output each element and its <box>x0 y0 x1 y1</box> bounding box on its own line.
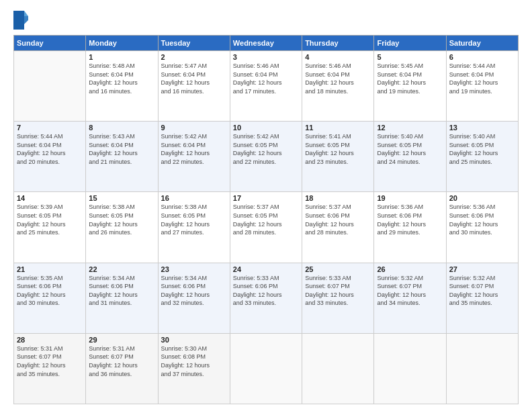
day-number: 20 <box>449 194 515 202</box>
day-info: Sunrise: 5:33 AM Sunset: 6:06 PM Dayligh… <box>233 274 299 308</box>
day-info: Sunrise: 5:31 AM Sunset: 6:07 PM Dayligh… <box>89 345 154 378</box>
weekday-header-thursday: Thursday <box>302 36 374 51</box>
day-info: Sunrise: 5:33 AM Sunset: 6:07 PM Dayligh… <box>305 274 371 308</box>
calendar-day-12: 12Sunrise: 5:40 AM Sunset: 6:05 PM Dayli… <box>374 122 446 192</box>
day-info: Sunrise: 5:40 AM Sunset: 6:05 PM Dayligh… <box>449 132 515 166</box>
day-number: 1 <box>89 53 154 61</box>
day-info: Sunrise: 5:32 AM Sunset: 6:07 PM Dayligh… <box>449 274 515 308</box>
day-info: Sunrise: 5:44 AM Sunset: 6:04 PM Dayligh… <box>449 62 515 95</box>
weekday-header-saturday: Saturday <box>446 36 518 51</box>
day-number: 26 <box>377 265 443 273</box>
calendar-week-row: 28Sunrise: 5:31 AM Sunset: 6:07 PM Dayli… <box>14 333 519 404</box>
day-info: Sunrise: 5:35 AM Sunset: 6:06 PM Dayligh… <box>17 274 83 308</box>
day-info: Sunrise: 5:39 AM Sunset: 6:05 PM Dayligh… <box>17 203 83 236</box>
calendar-day-7: 7Sunrise: 5:44 AM Sunset: 6:04 PM Daylig… <box>14 122 86 192</box>
day-number: 12 <box>377 124 443 132</box>
calendar-day-27: 27Sunrise: 5:32 AM Sunset: 6:07 PM Dayli… <box>446 263 518 333</box>
empty-day-cell <box>446 333 518 404</box>
day-info: Sunrise: 5:37 AM Sunset: 6:06 PM Dayligh… <box>305 203 371 236</box>
day-info: Sunrise: 5:48 AM Sunset: 6:04 PM Dayligh… <box>89 62 154 95</box>
day-number: 8 <box>89 124 154 132</box>
day-info: Sunrise: 5:30 AM Sunset: 6:08 PM Dayligh… <box>161 345 227 378</box>
calendar-week-row: 21Sunrise: 5:35 AM Sunset: 6:06 PM Dayli… <box>14 263 519 333</box>
calendar-day-6: 6Sunrise: 5:44 AM Sunset: 6:04 PM Daylig… <box>446 51 518 122</box>
day-number: 14 <box>17 194 83 202</box>
calendar-day-4: 4Sunrise: 5:46 AM Sunset: 6:04 PM Daylig… <box>302 51 374 122</box>
weekday-header-sunday: Sunday <box>14 36 86 51</box>
calendar-day-17: 17Sunrise: 5:37 AM Sunset: 6:05 PM Dayli… <box>230 192 302 263</box>
header <box>13 11 519 30</box>
svg-rect-0 <box>13 11 24 30</box>
calendar-day-21: 21Sunrise: 5:35 AM Sunset: 6:06 PM Dayli… <box>14 263 86 333</box>
calendar-day-20: 20Sunrise: 5:36 AM Sunset: 6:06 PM Dayli… <box>446 192 518 263</box>
empty-day-cell <box>374 333 446 404</box>
calendar-day-3: 3Sunrise: 5:46 AM Sunset: 6:04 PM Daylig… <box>230 51 302 122</box>
day-info: Sunrise: 5:42 AM Sunset: 6:05 PM Dayligh… <box>233 132 299 166</box>
day-number: 10 <box>233 124 299 132</box>
day-number: 28 <box>17 336 83 344</box>
day-number: 21 <box>17 265 83 273</box>
calendar-week-row: 7Sunrise: 5:44 AM Sunset: 6:04 PM Daylig… <box>14 122 519 192</box>
day-number: 16 <box>161 194 227 202</box>
calendar-day-14: 14Sunrise: 5:39 AM Sunset: 6:05 PM Dayli… <box>14 192 86 263</box>
calendar-day-2: 2Sunrise: 5:47 AM Sunset: 6:04 PM Daylig… <box>158 51 230 122</box>
svg-marker-2 <box>24 16 28 24</box>
day-number: 29 <box>89 336 154 344</box>
day-info: Sunrise: 5:41 AM Sunset: 6:05 PM Dayligh… <box>305 132 371 166</box>
day-number: 22 <box>89 265 154 273</box>
day-info: Sunrise: 5:44 AM Sunset: 6:04 PM Dayligh… <box>17 132 83 166</box>
calendar-day-8: 8Sunrise: 5:43 AM Sunset: 6:04 PM Daylig… <box>86 122 158 192</box>
day-number: 6 <box>449 53 515 61</box>
empty-day-cell <box>14 51 86 122</box>
day-number: 17 <box>233 194 299 202</box>
calendar-day-10: 10Sunrise: 5:42 AM Sunset: 6:05 PM Dayli… <box>230 122 302 192</box>
day-info: Sunrise: 5:46 AM Sunset: 6:04 PM Dayligh… <box>233 62 299 95</box>
calendar-day-25: 25Sunrise: 5:33 AM Sunset: 6:07 PM Dayli… <box>302 263 374 333</box>
day-info: Sunrise: 5:47 AM Sunset: 6:04 PM Dayligh… <box>161 62 227 95</box>
calendar-day-5: 5Sunrise: 5:45 AM Sunset: 6:04 PM Daylig… <box>374 51 446 122</box>
calendar-day-15: 15Sunrise: 5:38 AM Sunset: 6:05 PM Dayli… <box>86 192 158 263</box>
day-number: 13 <box>449 124 515 132</box>
calendar-day-9: 9Sunrise: 5:42 AM Sunset: 6:04 PM Daylig… <box>158 122 230 192</box>
day-number: 11 <box>305 124 371 132</box>
day-info: Sunrise: 5:43 AM Sunset: 6:04 PM Dayligh… <box>89 132 154 166</box>
calendar-day-18: 18Sunrise: 5:37 AM Sunset: 6:06 PM Dayli… <box>302 192 374 263</box>
empty-day-cell <box>230 333 302 404</box>
day-number: 7 <box>17 124 83 132</box>
day-number: 18 <box>305 194 371 202</box>
calendar-day-11: 11Sunrise: 5:41 AM Sunset: 6:05 PM Dayli… <box>302 122 374 192</box>
day-info: Sunrise: 5:34 AM Sunset: 6:06 PM Dayligh… <box>161 274 227 308</box>
calendar-week-row: 1Sunrise: 5:48 AM Sunset: 6:04 PM Daylig… <box>14 51 519 122</box>
weekday-header-wednesday: Wednesday <box>230 36 302 51</box>
day-number: 30 <box>161 336 227 344</box>
day-info: Sunrise: 5:40 AM Sunset: 6:05 PM Dayligh… <box>377 132 443 166</box>
day-number: 25 <box>305 265 371 273</box>
day-info: Sunrise: 5:34 AM Sunset: 6:06 PM Dayligh… <box>89 274 154 308</box>
day-info: Sunrise: 5:38 AM Sunset: 6:05 PM Dayligh… <box>161 203 227 236</box>
day-number: 9 <box>161 124 227 132</box>
calendar-day-28: 28Sunrise: 5:31 AM Sunset: 6:07 PM Dayli… <box>14 333 86 404</box>
weekday-header-tuesday: Tuesday <box>158 36 230 51</box>
svg-marker-1 <box>24 11 28 16</box>
logo <box>13 11 28 30</box>
day-number: 27 <box>449 265 515 273</box>
day-number: 4 <box>305 53 371 61</box>
calendar-day-13: 13Sunrise: 5:40 AM Sunset: 6:05 PM Dayli… <box>446 122 518 192</box>
day-number: 3 <box>233 53 299 61</box>
calendar-table: SundayMondayTuesdayWednesdayThursdayFrid… <box>13 35 519 404</box>
day-number: 19 <box>377 194 443 202</box>
day-info: Sunrise: 5:42 AM Sunset: 6:04 PM Dayligh… <box>161 132 227 166</box>
empty-day-cell <box>302 333 374 404</box>
calendar-day-23: 23Sunrise: 5:34 AM Sunset: 6:06 PM Dayli… <box>158 263 230 333</box>
weekday-header-row: SundayMondayTuesdayWednesdayThursdayFrid… <box>14 36 519 51</box>
day-info: Sunrise: 5:32 AM Sunset: 6:07 PM Dayligh… <box>377 274 443 308</box>
day-number: 5 <box>377 53 443 61</box>
calendar-day-29: 29Sunrise: 5:31 AM Sunset: 6:07 PM Dayli… <box>86 333 158 404</box>
calendar-day-16: 16Sunrise: 5:38 AM Sunset: 6:05 PM Dayli… <box>158 192 230 263</box>
calendar-day-24: 24Sunrise: 5:33 AM Sunset: 6:06 PM Dayli… <box>230 263 302 333</box>
calendar-day-22: 22Sunrise: 5:34 AM Sunset: 6:06 PM Dayli… <box>86 263 158 333</box>
day-info: Sunrise: 5:36 AM Sunset: 6:06 PM Dayligh… <box>377 203 443 236</box>
day-number: 24 <box>233 265 299 273</box>
calendar-day-30: 30Sunrise: 5:30 AM Sunset: 6:08 PM Dayli… <box>158 333 230 404</box>
day-number: 2 <box>161 53 227 61</box>
